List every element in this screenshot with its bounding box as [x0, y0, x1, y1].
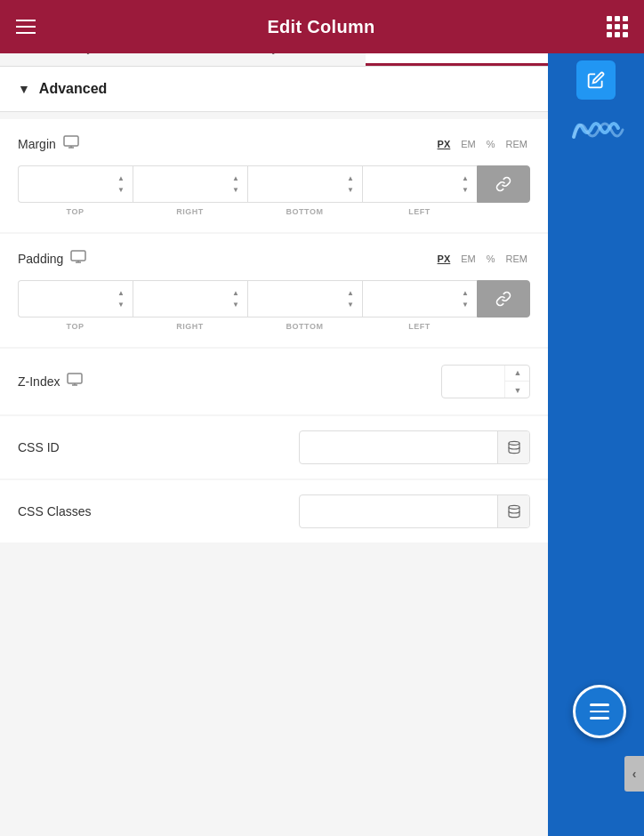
padding-right-up[interactable]: ▲	[229, 288, 242, 299]
css-classes-block: CSS Classes	[0, 480, 548, 543]
margin-top-input[interactable]	[24, 178, 115, 191]
padding-right-wrapper: ▲ ▼	[133, 280, 247, 318]
padding-label-group: Padding	[18, 250, 86, 268]
sidebar-edit-button[interactable]	[576, 60, 616, 100]
wave-logo	[565, 110, 627, 146]
padding-unit-em[interactable]: EM	[458, 252, 479, 266]
margin-top-wrapper: ▲ ▼	[18, 165, 133, 203]
css-id-input[interactable]	[300, 441, 497, 454]
padding-block: Padding PX EM % REM	[0, 234, 548, 347]
z-index-spinners: ▲ ▼	[504, 365, 530, 398]
z-index-down[interactable]: ▼	[505, 382, 530, 398]
margin-top-spinners: ▲ ▼	[115, 173, 127, 196]
margin-unit-px[interactable]: PX	[435, 137, 454, 151]
padding-top-wrapper: ▲ ▼	[18, 280, 133, 318]
margin-block: Margin PX EM % REM	[0, 119, 548, 232]
padding-top-up[interactable]: ▲	[115, 288, 127, 299]
sidebar-collapse-button[interactable]: ‹	[624, 756, 644, 792]
margin-right-spinners: ▲ ▼	[229, 173, 242, 196]
css-id-icon-btn[interactable]	[497, 430, 529, 464]
margin-bottom-label: BOTTOM	[247, 207, 362, 216]
css-id-block: CSS ID	[0, 416, 548, 478]
padding-right-label: RIGHT	[133, 322, 247, 331]
z-index-label: Z-Index	[18, 374, 60, 389]
css-classes-icon-btn[interactable]	[497, 494, 529, 528]
svg-rect-6	[71, 251, 85, 261]
padding-unit-percent[interactable]: %	[484, 252, 498, 266]
svg-point-9	[509, 505, 519, 509]
advanced-section-title: Advanced	[39, 81, 107, 97]
chevron-left-icon: ‹	[632, 767, 637, 781]
svg-point-8	[509, 441, 519, 445]
main-panel: Layout Style Advanced	[0, 0, 548, 836]
header: Edit Column	[0, 0, 644, 53]
margin-unit-percent[interactable]: %	[484, 137, 498, 151]
svg-rect-7	[68, 374, 82, 383]
padding-left-wrapper: ▲ ▼	[362, 280, 477, 318]
padding-left-input[interactable]	[368, 293, 459, 306]
padding-monitor-icon	[70, 250, 86, 268]
padding-bottom-input[interactable]	[254, 293, 344, 306]
margin-monitor-icon	[63, 135, 79, 153]
padding-bottom-down[interactable]: ▼	[344, 300, 357, 310]
z-index-input-wrapper: 1000 ▲ ▼	[441, 365, 530, 398]
fab-lines-icon	[590, 703, 609, 719]
padding-left-down[interactable]: ▼	[459, 300, 471, 310]
margin-left-down[interactable]: ▼	[459, 185, 471, 196]
margin-right-wrapper: ▲ ▼	[133, 165, 247, 203]
padding-link-button[interactable]	[477, 280, 530, 318]
padding-top-input[interactable]	[24, 293, 115, 306]
z-index-up[interactable]: ▲	[505, 365, 530, 382]
fab-menu-button[interactable]	[573, 685, 626, 738]
margin-bottom-up[interactable]: ▲	[344, 173, 357, 184]
z-index-label-group: Z-Index	[18, 373, 83, 390]
margin-top-up[interactable]: ▲	[115, 173, 127, 184]
margin-right-up[interactable]: ▲	[229, 173, 242, 184]
margin-link-placeholder	[477, 207, 530, 216]
padding-right-down[interactable]: ▼	[229, 300, 242, 310]
margin-top-down[interactable]: ▼	[115, 185, 127, 196]
padding-top-down[interactable]: ▼	[115, 300, 127, 310]
margin-bottom-down[interactable]: ▼	[344, 185, 357, 196]
margin-unit-rem[interactable]: REM	[503, 137, 530, 151]
margin-left-input[interactable]	[368, 178, 459, 191]
margin-left-wrapper: ▲ ▼	[362, 165, 477, 203]
margin-labels: TOP RIGHT BOTTOM LEFT	[18, 207, 530, 216]
css-classes-input[interactable]	[300, 505, 497, 518]
svg-rect-5	[64, 136, 78, 146]
advanced-section-header[interactable]: ▼ Advanced	[0, 67, 548, 112]
padding-bottom-up[interactable]: ▲	[344, 288, 357, 299]
padding-labels: TOP RIGHT BOTTOM LEFT	[18, 322, 530, 331]
padding-top-label: TOP	[18, 322, 133, 331]
margin-link-button[interactable]	[477, 165, 530, 203]
margin-bottom-wrapper: ▲ ▼	[247, 165, 362, 203]
hamburger-menu[interactable]	[16, 20, 36, 34]
padding-bottom-wrapper: ▲ ▼	[247, 280, 362, 318]
margin-left-spinners: ▲ ▼	[459, 173, 471, 196]
padding-inputs: ▲ ▼ ▲ ▼ ▲ ▼	[18, 280, 530, 318]
padding-left-label: LEFT	[362, 322, 477, 331]
margin-right-input[interactable]	[139, 178, 229, 191]
padding-unit-selector: PX EM % REM	[435, 252, 530, 266]
header-title: Edit Column	[267, 17, 374, 37]
padding-link-placeholder	[477, 322, 530, 331]
margin-unit-em[interactable]: EM	[458, 137, 479, 151]
margin-right-label: RIGHT	[133, 207, 247, 216]
z-index-input[interactable]: 1000	[442, 374, 504, 389]
css-classes-input-wrapper	[299, 494, 530, 528]
padding-unit-rem[interactable]: REM	[503, 252, 530, 266]
margin-left-label: LEFT	[362, 207, 477, 216]
margin-top-label: TOP	[18, 207, 133, 216]
margin-right-down[interactable]: ▼	[229, 185, 242, 196]
apps-grid-icon[interactable]	[607, 16, 628, 37]
padding-label: Padding	[18, 252, 63, 266]
padding-right-input[interactable]	[139, 293, 229, 306]
padding-unit-px[interactable]: PX	[435, 252, 454, 266]
section-collapse-icon: ▼	[18, 82, 30, 96]
padding-left-up[interactable]: ▲	[459, 288, 471, 299]
margin-unit-selector: PX EM % REM	[435, 137, 530, 151]
margin-label-group: Margin	[18, 135, 79, 153]
margin-left-up[interactable]: ▲	[459, 173, 471, 184]
z-index-block: Z-Index 1000 ▲ ▼	[0, 349, 548, 414]
margin-bottom-input[interactable]	[254, 178, 344, 191]
